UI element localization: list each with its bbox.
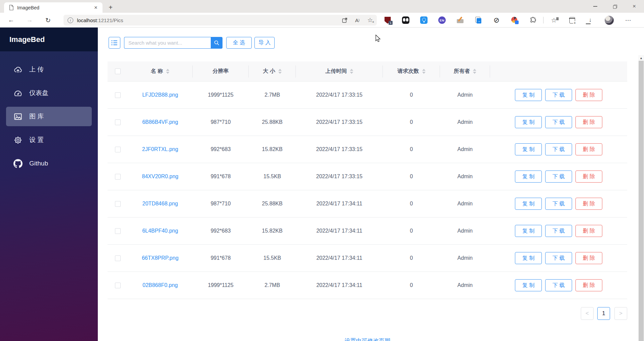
file-name-link[interactable]: 84XV20R0.png	[142, 174, 178, 180]
row-checkbox[interactable]	[115, 119, 121, 125]
delete-button[interactable]: 删 除	[575, 225, 602, 237]
import-button[interactable]: 导 入	[254, 37, 275, 49]
tab-close-icon[interactable]: ×	[92, 4, 99, 11]
refresh-button[interactable]: ↻	[43, 13, 53, 28]
cell-name: 6B86B4VF.png	[128, 109, 193, 136]
row-checkbox[interactable]	[115, 201, 121, 207]
copy-button[interactable]: 复 制	[515, 279, 542, 291]
column-header: 上传时间	[296, 61, 383, 81]
sort-carets[interactable]	[350, 69, 353, 74]
file-name-link[interactable]: 6B86B4VF.png	[142, 119, 178, 125]
sort-carets[interactable]	[278, 69, 282, 74]
download-button[interactable]: 下 载	[545, 198, 572, 210]
blocker-extension-icon[interactable]: ⊘	[493, 16, 500, 24]
favorite-star-icon[interactable]: ☆+	[367, 17, 373, 23]
adblock-shield-extension-icon[interactable]: 1	[384, 16, 391, 24]
sidebar-item-upload[interactable]: 上 传	[6, 60, 92, 79]
dark-extension-icon[interactable]	[402, 16, 409, 24]
download-button[interactable]: 下 载	[545, 279, 572, 291]
pagination-next-button[interactable]: >	[614, 307, 627, 320]
images-table: 名 称分辨率大 小上传时间请求次数所有者 LFJD2B88.png1999*11…	[108, 61, 627, 299]
address-bar[interactable]: i localhost:12121/Pics A) ☆+	[64, 15, 377, 26]
download-button[interactable]: 下 载	[545, 89, 572, 101]
more-menu-icon[interactable]: ⋯	[625, 16, 632, 24]
sidebar-item-dashboard[interactable]: 仪表盘	[6, 83, 92, 103]
collections-icon[interactable]	[568, 16, 576, 24]
restore-button[interactable]	[605, 0, 625, 13]
pagination-page-1[interactable]: 1	[597, 307, 610, 320]
delete-button[interactable]: 删 除	[575, 198, 602, 210]
delete-button[interactable]: 删 除	[575, 89, 602, 101]
delete-button[interactable]: 删 除	[575, 143, 602, 155]
row-checkbox[interactable]	[115, 174, 121, 180]
gallery-image-icon	[13, 112, 23, 121]
read-aloud-icon[interactable]: A)	[354, 17, 361, 23]
url-text[interactable]: localhost:12121/Pics	[77, 17, 123, 23]
row-checkbox[interactable]	[115, 255, 121, 261]
downloads-icon[interactable]: ↓	[587, 16, 594, 24]
copy-button[interactable]: 复 制	[515, 198, 542, 210]
file-name-link[interactable]: 20TD8468.png	[143, 201, 178, 207]
search-input[interactable]	[124, 37, 211, 49]
extensions-puzzle-icon[interactable]	[529, 16, 536, 24]
cell-value: 2.7MB	[265, 92, 280, 98]
cell-uploaded: 2022/4/17 17:33:15	[296, 109, 383, 136]
copy-button[interactable]: 复 制	[515, 89, 542, 101]
forward-button[interactable]: →	[25, 13, 35, 28]
copy-button[interactable]: 复 制	[515, 225, 542, 237]
sidebar-item-settings[interactable]: 设 置	[6, 130, 92, 150]
file-name-link[interactable]: LFJD2B88.png	[142, 92, 178, 98]
en-language-extension-icon[interactable]: EN	[438, 16, 446, 24]
delete-button[interactable]: 删 除	[575, 279, 602, 291]
url-host: localhost	[77, 17, 97, 23]
copy-pages-extension-icon[interactable]	[475, 16, 482, 24]
file-name-link[interactable]: 6L4BPF40.png	[142, 228, 178, 234]
copy-button[interactable]: 复 制	[515, 143, 542, 155]
download-button[interactable]: 下 载	[545, 143, 572, 155]
select-all-button[interactable]: 全 选	[226, 37, 252, 49]
sort-carets[interactable]	[166, 69, 169, 74]
scrollbar-thumb[interactable]	[639, 61, 644, 341]
pagination-prev-button[interactable]: <	[581, 307, 594, 320]
editor-pencil-extension-icon[interactable]	[456, 16, 464, 24]
copy-button[interactable]: 复 制	[515, 116, 542, 128]
select-all-checkbox[interactable]	[115, 68, 121, 74]
delete-button[interactable]: 删 除	[575, 116, 602, 128]
download-button[interactable]: 下 载	[545, 170, 572, 183]
delete-button[interactable]: 删 除	[575, 252, 602, 264]
close-button[interactable]: ×	[625, 0, 644, 13]
sidebar-item-github[interactable]: Github	[6, 154, 92, 173]
blue-lamp-extension-icon[interactable]	[420, 16, 428, 24]
new-tab-button[interactable]: +	[106, 3, 115, 12]
site-info-icon[interactable]: i	[68, 17, 73, 23]
row-checkbox[interactable]	[115, 228, 121, 234]
row-checkbox[interactable]	[115, 147, 121, 152]
scrollbar-up-icon[interactable]: ▲	[638, 55, 644, 61]
open-in-app-icon[interactable]	[341, 17, 348, 23]
row-checkbox[interactable]	[115, 92, 121, 98]
sort-desc-icon	[350, 72, 353, 74]
favorites-hub-icon[interactable]: ☆	[550, 16, 558, 24]
sidebar-item-gallery[interactable]: 图 库	[6, 107, 92, 126]
browser-tab[interactable]: ImageBed ×	[4, 2, 103, 13]
download-button[interactable]: 下 载	[545, 225, 572, 237]
file-name-link[interactable]: 66TX8PRP.png	[142, 255, 178, 261]
download-button[interactable]: 下 载	[545, 116, 572, 128]
list-view-button[interactable]	[109, 37, 120, 49]
page-scrollbar[interactable]: ▲ ▼	[638, 55, 644, 341]
download-button[interactable]: 下 载	[545, 252, 572, 264]
file-name-link[interactable]: 02B868F0.png	[143, 282, 178, 288]
sort-carets[interactable]	[422, 69, 426, 74]
sort-carets[interactable]	[473, 69, 476, 74]
profile-avatar[interactable]	[605, 16, 614, 25]
delete-button[interactable]: 删 除	[575, 170, 602, 183]
palette-extension-icon[interactable]	[511, 16, 518, 24]
back-button[interactable]: ←	[6, 13, 16, 28]
row-checkbox[interactable]	[115, 283, 121, 288]
copy-button[interactable]: 复 制	[515, 170, 542, 183]
minimize-button[interactable]	[586, 0, 605, 13]
cell-actions: 复 制下 载删 除	[490, 136, 627, 163]
copy-button[interactable]: 复 制	[515, 252, 542, 264]
search-button[interactable]	[211, 37, 223, 49]
file-name-link[interactable]: 2JF0RTXL.png	[142, 146, 178, 152]
